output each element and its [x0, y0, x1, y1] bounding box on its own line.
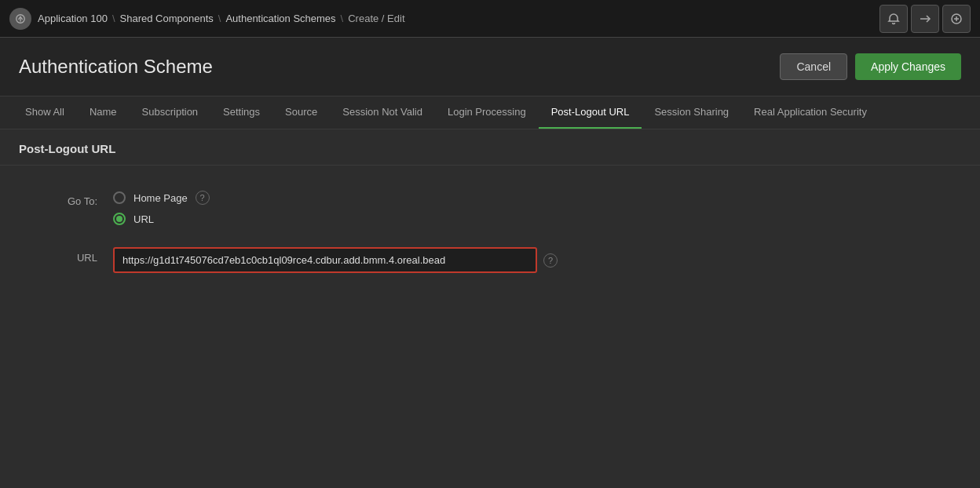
- home-page-help-icon[interactable]: ?: [196, 191, 210, 205]
- goto-radio-group: Home Page ? URL: [113, 191, 961, 225]
- tab-login-processing[interactable]: Login Processing: [435, 97, 539, 129]
- url-input[interactable]: [113, 247, 537, 273]
- more-icon-btn[interactable]: [942, 5, 971, 33]
- form-content: Go To: Home Page ? URL URL: [0, 166, 980, 320]
- top-nav: Application 100 \ Shared Components \ Au…: [0, 0, 980, 38]
- notifications-icon-btn[interactable]: [879, 5, 908, 33]
- radio-url-circle[interactable]: [113, 213, 126, 225]
- goto-control: Home Page ? URL: [113, 191, 961, 225]
- radio-home-page-circle[interactable]: [113, 191, 126, 204]
- breadcrumb-app[interactable]: Application 100: [38, 13, 108, 24]
- radio-url-label: URL: [133, 213, 154, 225]
- page-title: Authentication Scheme: [19, 56, 213, 78]
- tab-settings[interactable]: Settings: [210, 97, 272, 129]
- radio-option-home-page[interactable]: Home Page ?: [113, 191, 961, 205]
- breadcrumb-sep-1: \: [112, 13, 115, 24]
- share-icon-btn[interactable]: [911, 5, 939, 33]
- url-control: ?: [113, 247, 961, 273]
- tab-post-logout-url[interactable]: Post-Logout URL: [539, 97, 642, 129]
- goto-label: Go To:: [19, 191, 113, 207]
- tab-session-sharing[interactable]: Session Sharing: [642, 97, 741, 129]
- url-row: URL ?: [19, 247, 961, 273]
- header-actions: Cancel Apply Changes: [780, 53, 961, 80]
- breadcrumb-auth-schemes[interactable]: Authentication Schemes: [225, 13, 335, 24]
- url-label: URL: [19, 247, 113, 264]
- goto-row: Go To: Home Page ? URL: [19, 191, 961, 225]
- page-header: Authentication Scheme Cancel Apply Chang…: [0, 38, 980, 97]
- nav-actions: [879, 5, 971, 33]
- breadcrumb-sep-3: \: [341, 13, 344, 24]
- radio-option-url[interactable]: URL: [113, 213, 961, 225]
- section-title: Post-Logout URL: [0, 129, 980, 166]
- radio-home-page-label: Home Page: [133, 192, 188, 204]
- tab-show-all[interactable]: Show All: [13, 97, 77, 129]
- url-help-icon[interactable]: ?: [543, 253, 558, 268]
- tabs-bar: Show All Name Subscription Settings Sour…: [0, 97, 980, 129]
- tab-source[interactable]: Source: [272, 97, 330, 129]
- breadcrumb-shared[interactable]: Shared Components: [120, 13, 214, 24]
- apply-changes-button[interactable]: Apply Changes: [855, 53, 961, 80]
- tab-name[interactable]: Name: [77, 97, 130, 129]
- tab-real-application-security[interactable]: Real Application Security: [741, 97, 879, 129]
- breadcrumb-sep-2: \: [218, 13, 221, 24]
- tab-session-not-valid[interactable]: Session Not Valid: [330, 97, 435, 129]
- breadcrumb: Application 100 \ Shared Components \ Au…: [9, 8, 879, 30]
- home-icon-btn[interactable]: [9, 8, 31, 30]
- cancel-button[interactable]: Cancel: [780, 53, 847, 80]
- url-input-wrapper: ?: [113, 247, 961, 273]
- tab-subscription[interactable]: Subscription: [130, 97, 211, 129]
- breadcrumb-current: Create / Edit: [348, 13, 404, 24]
